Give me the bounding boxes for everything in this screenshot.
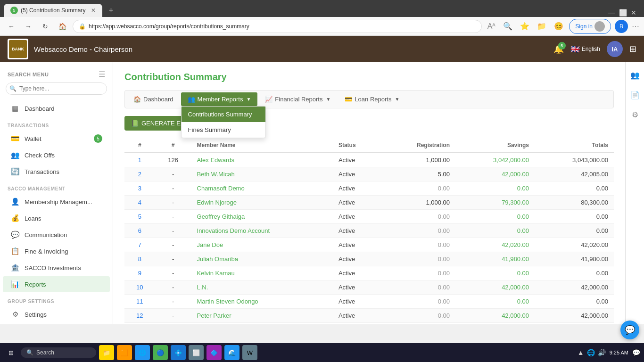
sidebar: SEARCH MENU ☰ 🔍 ▦ Dashboard TRANSACTIONS…	[0, 62, 113, 324]
table-row: 7 - Jane Doe Active 0.00 42,020.00 42,02…	[124, 238, 614, 252]
row-n1[interactable]: 9	[124, 266, 155, 280]
row-n2: -	[155, 309, 191, 323]
row-n2: -	[155, 238, 191, 252]
sidebar-search-wrap: 🔍	[6, 82, 107, 95]
tab-financial-reports[interactable]: 📈 Financial Reports ▼	[258, 92, 337, 106]
user-avatar-btn[interactable]: IA	[607, 41, 623, 57]
sidebar-item-investments[interactable]: 🏦 SACCO Investments	[3, 260, 110, 276]
browser-tab[interactable]: 5 (5) Contribution Summary ✕	[4, 4, 102, 17]
row-name[interactable]: Chamasoft Demo	[191, 181, 333, 196]
row-n1[interactable]: 5	[124, 210, 155, 224]
sidebar-menu-icon[interactable]: ☰	[99, 70, 105, 79]
row-savings: 41,980.00	[455, 252, 535, 266]
url-text: https://app.websacco.com/group/reports/c…	[89, 23, 249, 30]
row-registration: 0.00	[381, 266, 455, 280]
contributions-summary-option[interactable]: Contributions Summary	[182, 107, 265, 122]
row-n1[interactable]: 7	[124, 238, 155, 252]
search-page-icon[interactable]: 🔍	[501, 20, 514, 33]
row-n1[interactable]: 2	[124, 167, 155, 181]
sidebar-item-membership[interactable]: 👤 Membership Managem...	[3, 194, 110, 210]
feedback-icon[interactable]: 😊	[552, 20, 565, 33]
row-name[interactable]: Kelvin Kamau	[191, 266, 333, 280]
new-tab-btn[interactable]: +	[104, 4, 117, 17]
tab-member-reports[interactable]: 👥 Member Reports ▼	[181, 92, 258, 106]
fav-icon[interactable]: ⭐	[518, 20, 531, 33]
row-n1[interactable]: 11	[124, 295, 155, 309]
table-row: 10 - L.N. Active 0.00 42,000.00 42,000.0…	[124, 280, 614, 295]
row-name[interactable]: Martin Steven Odongo	[191, 295, 333, 309]
right-icon-people[interactable]: 👥	[628, 68, 642, 82]
row-name[interactable]: Edwin Njoroge	[191, 196, 333, 210]
tab-loan-reports[interactable]: 💳 Loan Reports ▼	[338, 92, 406, 106]
row-name[interactable]: Juliah Omariba	[191, 252, 333, 266]
row-name[interactable]: Alex Edwards	[191, 153, 333, 167]
sidebar-item-wallet[interactable]: 💳 Wallet 5	[3, 131, 110, 147]
browser-tab-bar: 5 (5) Contribution Summary ✕ + — ⬜ ✕	[0, 0, 644, 17]
app-logo-inner: BANK	[9, 40, 27, 58]
sidebar-item-transactions[interactable]: 🔄 Transactions	[3, 164, 110, 180]
tab-close-btn[interactable]: ✕	[91, 7, 96, 14]
row-n1[interactable]: 3	[124, 181, 155, 196]
row-name[interactable]: Peter Parker	[191, 309, 333, 323]
row-n1[interactable]: 12	[124, 309, 155, 323]
read-mode-icon[interactable]: Aᴬ	[486, 20, 498, 33]
report-tabs: 🏠 Dashboard 👥 Member Reports ▼ Contribut…	[124, 90, 614, 108]
forward-btn[interactable]: →	[22, 20, 35, 33]
reload-btn[interactable]: ↻	[39, 20, 52, 33]
close-window-btn[interactable]: ✕	[631, 9, 636, 16]
sidebar-item-fines[interactable]: 📋 Fine & Invoicing	[3, 243, 110, 259]
contributions-table: # # Member Name Status Registration Savi…	[124, 138, 614, 323]
sidebar-item-label: Transactions	[25, 168, 59, 175]
url-bar[interactable]: 🔒 https://app.websacco.com/group/reports…	[73, 20, 482, 33]
sidebar-search-input[interactable]	[6, 82, 107, 95]
row-n1[interactable]: 10	[124, 280, 155, 295]
row-totals: 42,000.00	[535, 280, 614, 295]
row-name[interactable]: Innovations Demo Account	[191, 224, 333, 238]
row-savings: 42,020.00	[455, 238, 535, 252]
sidebar-item-checkoffs[interactable]: 👥 Check Offs	[3, 147, 110, 163]
row-name[interactable]: Jane Doe	[191, 238, 333, 252]
search-menu-label: SEARCH MENU	[8, 72, 49, 77]
row-savings: 0.00	[455, 266, 535, 280]
financial-reports-arrow: ▼	[326, 97, 330, 102]
row-name[interactable]: Beth W.Micah	[191, 167, 333, 181]
excel-icon: 📗	[131, 120, 139, 127]
back-btn[interactable]: ←	[5, 20, 18, 33]
maximize-btn[interactable]: ⬜	[619, 9, 627, 16]
edge-profile-avatar[interactable]: B	[615, 20, 628, 33]
sidebar-item-dashboard[interactable]: ▦ Dashboard	[3, 100, 110, 116]
row-totals: 0.00	[535, 181, 614, 196]
sidebar-item-settings[interactable]: ⚙ Settings	[3, 306, 110, 322]
more-menu-btn[interactable]: ⋯	[632, 22, 639, 31]
row-n1[interactable]: 1	[124, 153, 155, 167]
row-n1[interactable]: 4	[124, 196, 155, 210]
right-icon-document[interactable]: 📄	[628, 88, 642, 102]
table-header-row: # # Member Name Status Registration Savi…	[124, 138, 614, 153]
row-status: Active	[333, 181, 381, 196]
apps-grid-btn[interactable]: ⊞	[629, 44, 636, 54]
sign-in-btn[interactable]: Sign in	[569, 19, 611, 34]
sidebar-item-reports[interactable]: 📊 Reports	[3, 276, 110, 292]
collections-icon[interactable]: 📁	[535, 20, 548, 33]
row-name[interactable]: L.N.	[191, 280, 333, 295]
home-btn[interactable]: 🏠	[56, 20, 69, 33]
row-name[interactable]: Geoffrey Githaiga	[191, 210, 333, 224]
table-row: 12 - Peter Parker Active 0.00 42,000.00 …	[124, 309, 614, 323]
fines-summary-option[interactable]: Fines Summary	[182, 122, 265, 138]
notification-btn[interactable]: 🔔 5	[553, 44, 564, 54]
col-header-registration: Registration	[381, 138, 455, 153]
right-icon-settings[interactable]: ⚙	[628, 107, 642, 122]
row-status: Active	[333, 153, 381, 167]
row-savings: 0.00	[455, 295, 535, 309]
language-btn[interactable]: 🇬🇧 English	[570, 45, 600, 54]
sidebar-item-communication[interactable]: 💬 Communication	[3, 227, 110, 243]
sidebar-item-loans[interactable]: 💰 Loans	[3, 210, 110, 226]
row-status: Active	[333, 266, 381, 280]
app-title: Websacco Demo - Chairperson	[34, 45, 132, 53]
tab-dashboard[interactable]: 🏠 Dashboard	[127, 92, 180, 106]
row-savings: 3,042,080.00	[455, 153, 535, 167]
row-n1[interactable]: 8	[124, 252, 155, 266]
row-n1[interactable]: 6	[124, 224, 155, 238]
row-registration: 0.00	[381, 210, 455, 224]
minimize-btn[interactable]: —	[608, 8, 615, 17]
